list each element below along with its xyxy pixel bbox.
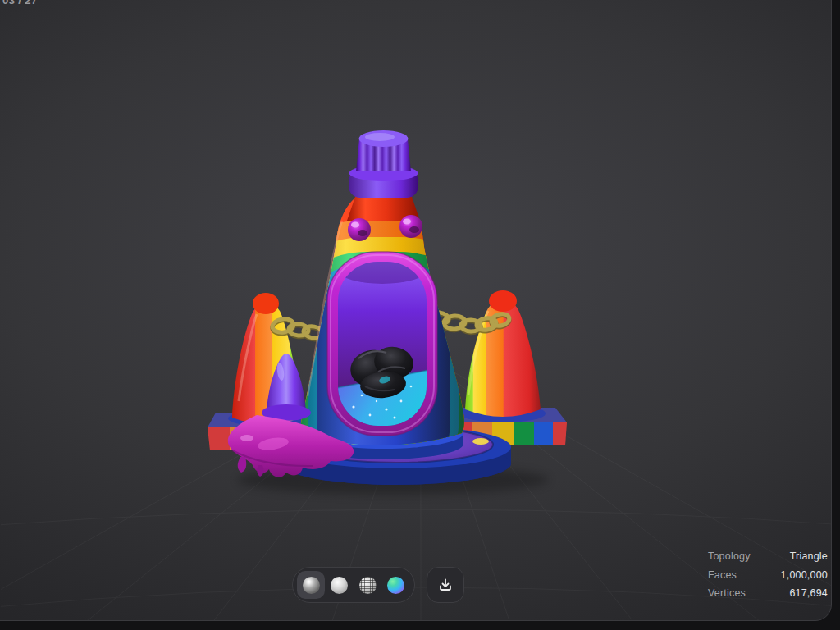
stat-row-topology: Topology Triangle (708, 551, 828, 562)
view-mode-wireframe-button[interactable] (354, 571, 381, 599)
stat-row-vertices: Vertices 617,694 (708, 588, 828, 599)
stat-value: 617,694 (789, 588, 828, 599)
model-viewport[interactable] (1, 1, 832, 621)
model-3d-render (1, 1, 832, 621)
cone-character (280, 130, 486, 467)
lit-sphere-icon (303, 577, 320, 594)
view-mode-toolbar (292, 567, 415, 603)
view-mode-shaded-button[interactable] (297, 571, 325, 599)
view-mode-material-button[interactable] (382, 571, 410, 599)
stat-label: Faces (708, 570, 737, 581)
stat-value: 1,000,000 (781, 570, 828, 581)
download-button[interactable] (427, 567, 464, 603)
model-viewer-card: 03 / 27 (0, 0, 832, 621)
left-eye (348, 218, 371, 241)
mouth (327, 252, 437, 436)
wire-sphere-icon (359, 577, 377, 594)
matte-sphere-icon (331, 577, 348, 594)
stat-label: Topology (708, 551, 751, 562)
download-icon (437, 577, 454, 593)
stat-value: Triangle (790, 551, 828, 562)
right-eye (399, 215, 422, 238)
gradient-sphere-icon (387, 577, 404, 594)
stat-label: Vertices (708, 588, 746, 599)
stat-row-faces: Faces 1,000,000 (708, 570, 828, 581)
view-mode-clay-button[interactable] (326, 571, 354, 599)
model-stats: Topology Triangle Faces 1,000,000 Vertic… (708, 551, 828, 607)
